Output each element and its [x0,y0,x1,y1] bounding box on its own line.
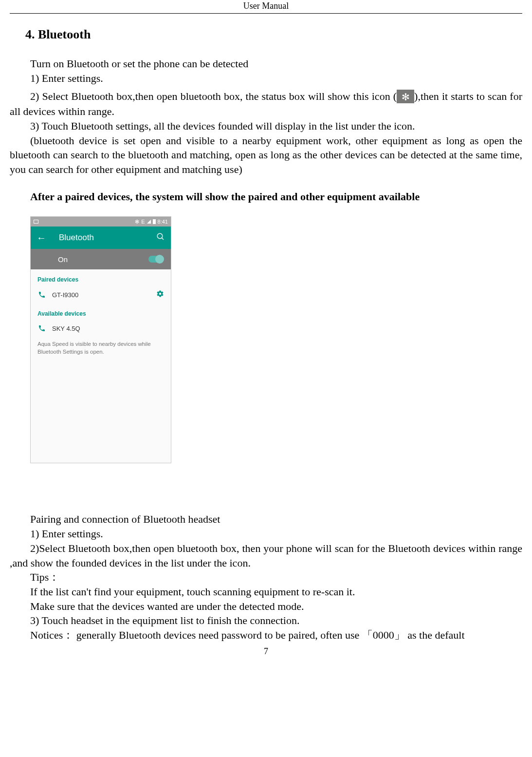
p2-l8: Notices： generally Bluetooth devices nee… [10,628,522,643]
doc-header-title: User Manual [10,0,522,14]
paired-heading: After a paired devices, the system will … [10,189,522,204]
para-turn-on: Turn on Bluetooth or set the phone can b… [10,57,522,71]
signal-icon [147,220,151,224]
svg-line-1 [162,238,164,240]
status-time: 8:41 [158,219,168,225]
bluetooth-status-icon: ✻ [397,90,414,103]
paired-devices-label: Paired devices [31,269,171,286]
page-number: 7 [0,646,532,657]
phone-screenshot: ✻ E 8:41 ← Bluetooth On Paired devices G… [30,216,171,463]
available-device-name: SKY 4.5Q [52,325,164,332]
back-arrow-icon[interactable]: ← [37,232,46,244]
svg-point-0 [157,233,163,239]
bt-note-text: (bluetooth device is set open and visibl… [10,134,522,175]
p2-l8-text: Notices： generally Bluetooth devices nee… [30,629,465,641]
page-content: 4. Bluetooth Turn on Bluetooth or set th… [0,14,532,643]
p2-l2: 1) Enter settings. [10,527,522,541]
step-1: 1) Enter settings. [10,71,522,86]
step-2-text-a: 2) Select Bluetooth box,then open blueto… [30,90,397,102]
picture-icon [34,220,38,224]
section-heading: 4. Bluetooth [25,27,522,42]
step-3: 3) Touch Bluetooth settings, all the dev… [10,119,522,133]
phone-icon [37,290,46,299]
status-bar: ✻ E 8:41 [31,217,171,227]
p2-l1: Pairing and connection of Bluetooth head… [10,512,522,527]
available-devices-label: Available devices [31,303,171,320]
p2-l7: 3) Touch headset in the equipment list t… [10,613,522,628]
gear-icon[interactable] [156,290,164,300]
bluetooth-icon: ✻ [135,219,139,225]
battery-icon [153,219,156,224]
app-bar: ← Bluetooth [31,227,171,249]
bluetooth-toggle-row[interactable]: On [31,249,171,269]
visibility-note: Aqua Speed is visible to nearby devices … [31,337,171,360]
network-type: E [141,219,145,225]
p2-l5: If the list can't find your equipment, t… [10,585,522,599]
app-bar-title: Bluetooth [59,233,144,243]
available-device-row[interactable]: SKY 4.5Q [31,320,171,337]
p2-l3-text: 2)Select Bluetooth box,then open bluetoo… [10,542,522,569]
bt-note: (bluetooth device is set open and visibl… [10,133,522,177]
paired-device-row[interactable]: GT-I9300 [31,286,171,303]
step-2: 2) Select Bluetooth box,then open blueto… [10,89,522,119]
toggle-label: On [58,255,68,264]
toggle-switch[interactable] [148,256,163,263]
p2-l6: Make sure that the devices wanted are un… [10,599,522,614]
search-icon[interactable] [156,232,165,244]
paired-device-name: GT-I9300 [52,291,150,299]
phone-icon [37,324,46,333]
p2-l3: 2)Select Bluetooth box,then open bluetoo… [10,541,522,570]
p2-l4: Tips： [10,570,522,585]
